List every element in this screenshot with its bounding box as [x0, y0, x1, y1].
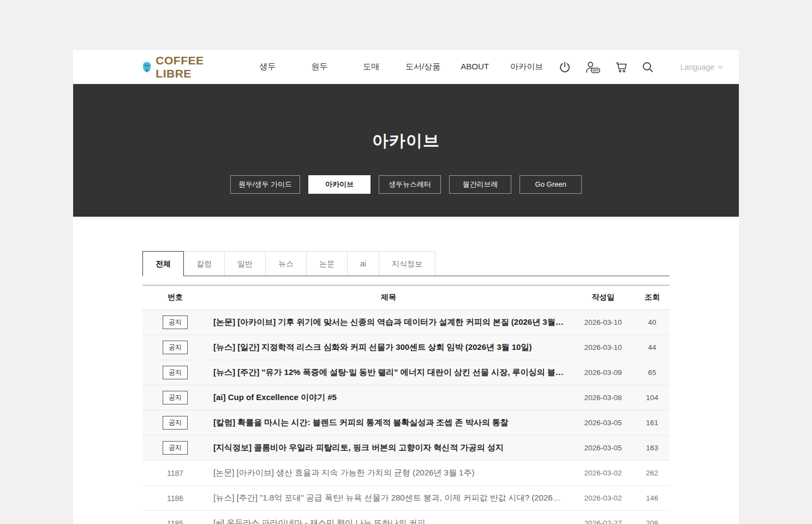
hero-button-go-green[interactable]: Go Green: [520, 175, 582, 194]
nav-item-wholesale[interactable]: 도매: [345, 62, 397, 72]
table-row[interactable]: 공지 [칼럼] 확률을 마시는 시간: 블렌드 커피의 통계적 불확실성과 조셉…: [142, 410, 670, 436]
user-off-badge-text: OFF: [593, 69, 599, 72]
category-tabs: 전체 칼럼 일반 뉴스 논문 ai 지식정보: [142, 251, 670, 276]
tab-ai[interactable]: ai: [347, 251, 379, 276]
tab-knowledge[interactable]: 지식정보: [379, 251, 435, 276]
user-off-icon[interactable]: OFF: [584, 61, 602, 74]
brand-logo[interactable]: COFFEE LIBRE: [142, 54, 220, 80]
post-date: 2026-03-05: [571, 419, 635, 427]
hero-banner: 아카이브 원두/생두 가이드 아카이브 생두뉴스레터 월간리브레 Go Gree…: [73, 84, 739, 217]
column-header-date: 작성일: [571, 293, 635, 302]
nav-item-greenbean[interactable]: 생두: [242, 62, 294, 72]
post-title-link[interactable]: [논문] [아카이브] 기후 위기에 맞서는 신종의 역습과 데이터가 설계한 …: [208, 317, 571, 327]
nav-item-about[interactable]: ABOUT: [449, 62, 501, 72]
post-views: 208: [635, 519, 670, 524]
post-views: 65: [635, 368, 670, 377]
tab-column[interactable]: 칼럼: [183, 251, 225, 276]
notice-badge: 공지: [163, 391, 188, 404]
table-row[interactable]: 1185 [ai] 온두라스 파라이네마 - 재스민 향이 나는 또하나의 커피…: [142, 511, 670, 524]
post-date: 2026-03-08: [571, 394, 635, 402]
luchador-mask-icon: [142, 59, 152, 75]
column-header-title: 제목: [208, 293, 571, 302]
notice-badge: 공지: [163, 366, 188, 379]
post-date: 2026-03-02: [571, 469, 635, 477]
post-number: 1186: [142, 494, 208, 503]
table-row[interactable]: 1186 [뉴스] [주간] "1.8억 포대" 공급 폭탄! 뉴욕 선물가 2…: [142, 486, 670, 511]
post-title-link[interactable]: [뉴스] [주간] "1.8억 포대" 공급 폭탄! 뉴욕 선물가 280센트 …: [208, 493, 571, 503]
main-nav: 생두 원두 도매 도서/상품 ABOUT 아카이브: [242, 62, 553, 72]
notice-badge: 공지: [163, 315, 188, 329]
post-views: 262: [635, 469, 670, 477]
notice-badge: 공지: [163, 341, 188, 354]
hero-button-archive[interactable]: 아카이브: [308, 175, 371, 194]
post-views: 40: [635, 318, 670, 326]
nav-item-roasted[interactable]: 원두: [294, 62, 345, 72]
table-row[interactable]: 1187 [논문] [아카이브] 생산 효율과 지속 가능한 가치의 균형 (2…: [142, 461, 670, 486]
post-table: 번호 제목 작성일 조회 공지 [논문] [아카이브] 기후 위기에 맞서는 신…: [142, 285, 670, 524]
post-date: 2026-03-10: [571, 318, 635, 326]
language-label: Language: [680, 63, 714, 72]
nav-item-books-goods[interactable]: 도서/상품: [397, 62, 449, 72]
post-date: 2026-03-09: [571, 368, 635, 377]
table-row[interactable]: 공지 [ai] Cup of Excellence 이야기 #5 2026-03…: [142, 385, 670, 410]
post-number: 1187: [142, 469, 208, 478]
post-date: 2026-03-10: [571, 343, 635, 352]
table-row[interactable]: 공지 [뉴스] [일간] 지정학적 리스크 심화와 커피 선물가 300센트 상…: [142, 335, 670, 360]
notice-badge: 공지: [163, 441, 188, 455]
table-row[interactable]: 공지 [논문] [아카이브] 기후 위기에 맞서는 신종의 역습과 데이터가 설…: [142, 310, 670, 335]
tab-general[interactable]: 일반: [224, 251, 266, 276]
language-selector[interactable]: Language: [680, 63, 724, 72]
tab-all[interactable]: 전체: [142, 251, 184, 276]
post-title-link[interactable]: [칼럼] 확률을 마시는 시간: 블렌드 커피의 통계적 불확실성과 조셉 존 …: [208, 418, 571, 428]
post-title-link[interactable]: [뉴스] [일간] 지정학적 리스크 심화와 커피 선물가 300센트 상회 임…: [208, 342, 571, 353]
hero-button-bean-guide[interactable]: 원두/생두 가이드: [230, 175, 300, 194]
post-views: 44: [635, 343, 670, 352]
tab-paper[interactable]: 논문: [306, 251, 348, 276]
hero-button-newsletter[interactable]: 생두뉴스레터: [379, 175, 441, 194]
archive-board: 전체 칼럼 일반 뉴스 논문 ai 지식정보 번호 제목 작성일 조회 공지 […: [142, 251, 670, 524]
chevron-down-icon: [717, 64, 724, 70]
notice-badge: 공지: [163, 416, 188, 430]
post-title-link[interactable]: [ai] 온두라스 파라이네마 - 재스민 향이 나는 또하나의 커피: [208, 518, 571, 524]
site-header: COFFEE LIBRE 생두 원두 도매 도서/상품 ABOUT 아카이브 O…: [73, 50, 739, 84]
post-number: 1185: [142, 519, 208, 524]
post-title-link[interactable]: [지식정보] 콜롬비아 우일라 피탈리토, 핑크 버본의 고향이자 혁신적 가공…: [208, 443, 571, 453]
post-date: 2026-02-27: [571, 519, 635, 524]
hero-button-monthly-libre[interactable]: 월간리브레: [449, 175, 511, 194]
post-views: 104: [635, 394, 670, 402]
post-date: 2026-03-02: [571, 494, 635, 502]
cart-icon[interactable]: [615, 61, 628, 74]
post-title-link[interactable]: [뉴스] [주간] "유가 12% 폭증에 설탕·밀 동반 랠리" 에너지 대란…: [208, 367, 571, 378]
column-header-views: 조회: [635, 293, 670, 302]
search-icon[interactable]: [641, 61, 654, 74]
page-title: 아카이브: [73, 130, 739, 152]
page-container: COFFEE LIBRE 생두 원두 도매 도서/상품 ABOUT 아카이브 O…: [73, 50, 739, 524]
post-date: 2026-03-05: [571, 444, 635, 452]
post-title-link[interactable]: [논문] [아카이브] 생산 효율과 지속 가능한 가치의 균형 (2026년 …: [208, 468, 571, 478]
hero-button-group: 원두/생두 가이드 아카이브 생두뉴스레터 월간리브레 Go Green: [73, 175, 739, 194]
post-views: 163: [635, 444, 670, 452]
power-icon[interactable]: [558, 61, 571, 74]
nav-item-archive[interactable]: 아카이브: [501, 62, 553, 72]
post-views: 146: [635, 494, 670, 502]
header-icons: OFF: [558, 61, 654, 74]
table-header-row: 번호 제목 작성일 조회: [142, 285, 670, 310]
table-row[interactable]: 공지 [지식정보] 콜롬비아 우일라 피탈리토, 핑크 버본의 고향이자 혁신적…: [142, 436, 670, 461]
post-title-link[interactable]: [ai] Cup of Excellence 이야기 #5: [208, 392, 571, 403]
table-row[interactable]: 공지 [뉴스] [주간] "유가 12% 폭증에 설탕·밀 동반 랠리" 에너지…: [142, 360, 670, 385]
column-header-no: 번호: [142, 293, 208, 302]
post-views: 161: [635, 419, 670, 427]
brand-name: COFFEE LIBRE: [156, 54, 219, 80]
tab-news[interactable]: 뉴스: [265, 251, 307, 276]
